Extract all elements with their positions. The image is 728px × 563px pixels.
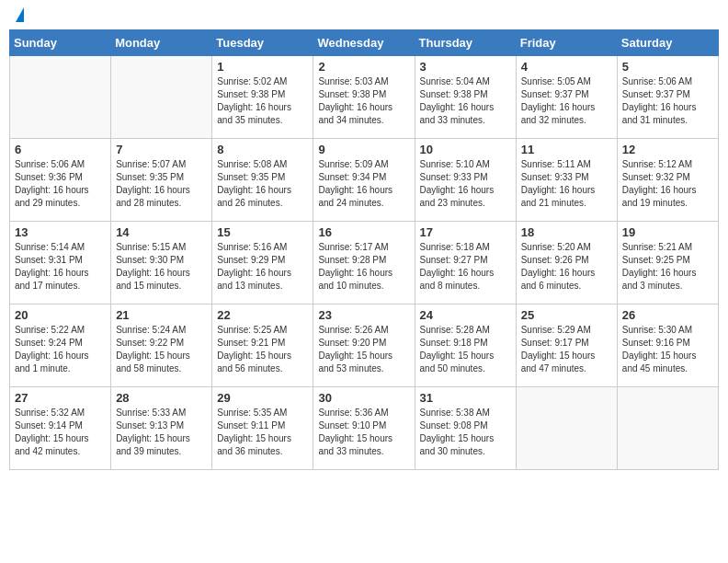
day-number: 4 [521,60,612,74]
calendar-header-row: SundayMondayTuesdayWednesdayThursdayFrid… [10,30,719,56]
day-info: Sunrise: 5:35 AM Sunset: 9:11 PM Dayligh… [217,407,308,458]
day-number: 13 [15,225,106,239]
day-number: 8 [217,143,308,156]
calendar-day-cell [617,387,718,470]
day-info: Sunrise: 5:04 AM Sunset: 9:38 PM Dayligh… [420,75,511,127]
day-info: Sunrise: 5:24 AM Sunset: 9:22 PM Dayligh… [116,324,207,375]
calendar-day-cell: 26Sunrise: 5:30 AM Sunset: 9:16 PM Dayli… [617,304,718,387]
day-info: Sunrise: 5:03 AM Sunset: 9:38 PM Dayligh… [318,75,409,127]
day-info: Sunrise: 5:32 AM Sunset: 9:14 PM Dayligh… [15,407,106,458]
calendar-day-cell [516,387,617,470]
page-header [9,9,719,22]
day-number: 5 [622,60,713,74]
calendar-day-cell: 11Sunrise: 5:11 AM Sunset: 9:33 PM Dayli… [516,139,617,222]
day-number: 22 [217,308,308,322]
calendar-day-cell: 31Sunrise: 5:38 AM Sunset: 9:08 PM Dayli… [415,387,516,470]
day-info: Sunrise: 5:12 AM Sunset: 9:32 PM Dayligh… [622,158,713,210]
day-number: 30 [318,391,409,405]
calendar-day-cell: 19Sunrise: 5:21 AM Sunset: 9:25 PM Dayli… [617,222,718,304]
calendar-day-cell: 23Sunrise: 5:26 AM Sunset: 9:20 PM Dayli… [313,304,415,387]
calendar-day-cell [111,56,212,139]
day-info: Sunrise: 5:18 AM Sunset: 9:27 PM Dayligh… [420,241,511,293]
day-number: 20 [15,308,106,322]
logo [13,9,24,22]
day-number: 29 [217,391,308,405]
calendar-day-header: Sunday [10,30,111,56]
day-number: 1 [217,60,308,74]
day-number: 19 [622,225,713,239]
calendar-day-cell: 29Sunrise: 5:35 AM Sunset: 9:11 PM Dayli… [212,387,313,470]
day-info: Sunrise: 5:06 AM Sunset: 9:37 PM Dayligh… [622,75,713,127]
calendar-day-cell: 16Sunrise: 5:17 AM Sunset: 9:28 PM Dayli… [313,222,415,304]
calendar-day-cell: 15Sunrise: 5:16 AM Sunset: 9:29 PM Dayli… [212,222,313,304]
day-number: 27 [15,391,106,405]
day-number: 3 [420,60,511,74]
day-info: Sunrise: 5:28 AM Sunset: 9:18 PM Dayligh… [420,324,511,375]
calendar-day-cell: 24Sunrise: 5:28 AM Sunset: 9:18 PM Dayli… [415,304,516,387]
calendar-day-cell: 2Sunrise: 5:03 AM Sunset: 9:38 PM Daylig… [313,56,415,139]
day-number: 28 [116,391,207,405]
day-number: 16 [318,225,409,239]
calendar-day-header: Tuesday [212,30,313,56]
day-info: Sunrise: 5:25 AM Sunset: 9:21 PM Dayligh… [217,324,308,375]
calendar-table: SundayMondayTuesdayWednesdayThursdayFrid… [9,29,719,470]
day-number: 9 [318,143,409,156]
day-info: Sunrise: 5:11 AM Sunset: 9:33 PM Dayligh… [521,158,612,210]
calendar-day-header: Friday [516,30,617,56]
calendar-day-cell: 7Sunrise: 5:07 AM Sunset: 9:35 PM Daylig… [111,139,212,222]
day-number: 11 [521,143,612,156]
calendar-day-cell: 4Sunrise: 5:05 AM Sunset: 9:37 PM Daylig… [516,56,617,139]
day-info: Sunrise: 5:33 AM Sunset: 9:13 PM Dayligh… [116,407,207,458]
calendar-week-row: 1Sunrise: 5:02 AM Sunset: 9:38 PM Daylig… [10,56,719,139]
day-number: 26 [622,308,713,322]
day-info: Sunrise: 5:09 AM Sunset: 9:34 PM Dayligh… [318,158,409,210]
day-info: Sunrise: 5:02 AM Sunset: 9:38 PM Dayligh… [217,75,308,127]
day-info: Sunrise: 5:15 AM Sunset: 9:30 PM Dayligh… [116,241,207,293]
calendar-week-row: 6Sunrise: 5:06 AM Sunset: 9:36 PM Daylig… [10,139,719,222]
calendar-day-cell: 14Sunrise: 5:15 AM Sunset: 9:30 PM Dayli… [111,222,212,304]
calendar-day-cell: 8Sunrise: 5:08 AM Sunset: 9:35 PM Daylig… [212,139,313,222]
calendar-week-row: 13Sunrise: 5:14 AM Sunset: 9:31 PM Dayli… [10,222,719,304]
day-info: Sunrise: 5:06 AM Sunset: 9:36 PM Dayligh… [15,158,106,210]
calendar-day-cell: 5Sunrise: 5:06 AM Sunset: 9:37 PM Daylig… [617,56,718,139]
day-number: 31 [420,391,511,405]
day-info: Sunrise: 5:17 AM Sunset: 9:28 PM Dayligh… [318,241,409,293]
day-info: Sunrise: 5:36 AM Sunset: 9:10 PM Dayligh… [318,407,409,458]
day-number: 23 [318,308,409,322]
day-info: Sunrise: 5:10 AM Sunset: 9:33 PM Dayligh… [420,158,511,210]
calendar-day-cell: 17Sunrise: 5:18 AM Sunset: 9:27 PM Dayli… [415,222,516,304]
day-number: 25 [521,308,612,322]
calendar-day-cell: 1Sunrise: 5:02 AM Sunset: 9:38 PM Daylig… [212,56,313,139]
day-info: Sunrise: 5:26 AM Sunset: 9:20 PM Dayligh… [318,324,409,375]
day-info: Sunrise: 5:21 AM Sunset: 9:25 PM Dayligh… [622,241,713,293]
day-number: 21 [116,308,207,322]
day-number: 7 [116,143,207,156]
calendar-day-cell: 21Sunrise: 5:24 AM Sunset: 9:22 PM Dayli… [111,304,212,387]
calendar-day-header: Monday [111,30,212,56]
day-number: 18 [521,225,612,239]
calendar-day-cell: 12Sunrise: 5:12 AM Sunset: 9:32 PM Dayli… [617,139,718,222]
calendar-day-cell: 20Sunrise: 5:22 AM Sunset: 9:24 PM Dayli… [10,304,111,387]
calendar-day-header: Wednesday [313,30,415,56]
calendar-day-cell: 27Sunrise: 5:32 AM Sunset: 9:14 PM Dayli… [10,387,111,470]
calendar-week-row: 20Sunrise: 5:22 AM Sunset: 9:24 PM Dayli… [10,304,719,387]
calendar-day-cell: 25Sunrise: 5:29 AM Sunset: 9:17 PM Dayli… [516,304,617,387]
calendar-day-header: Saturday [617,30,718,56]
day-info: Sunrise: 5:08 AM Sunset: 9:35 PM Dayligh… [217,158,308,210]
day-number: 10 [420,143,511,156]
day-info: Sunrise: 5:29 AM Sunset: 9:17 PM Dayligh… [521,324,612,375]
calendar-day-header: Thursday [415,30,516,56]
day-info: Sunrise: 5:05 AM Sunset: 9:37 PM Dayligh… [521,75,612,127]
calendar-day-cell: 30Sunrise: 5:36 AM Sunset: 9:10 PM Dayli… [313,387,415,470]
day-number: 2 [318,60,409,74]
day-number: 15 [217,225,308,239]
day-info: Sunrise: 5:20 AM Sunset: 9:26 PM Dayligh… [521,241,612,293]
calendar-day-cell: 6Sunrise: 5:06 AM Sunset: 9:36 PM Daylig… [10,139,111,222]
calendar-day-cell [10,56,111,139]
calendar-week-row: 27Sunrise: 5:32 AM Sunset: 9:14 PM Dayli… [10,387,719,470]
logo-triangle-icon [16,7,24,22]
day-number: 12 [622,143,713,156]
calendar-day-cell: 3Sunrise: 5:04 AM Sunset: 9:38 PM Daylig… [415,56,516,139]
day-info: Sunrise: 5:38 AM Sunset: 9:08 PM Dayligh… [420,407,511,458]
calendar-day-cell: 18Sunrise: 5:20 AM Sunset: 9:26 PM Dayli… [516,222,617,304]
